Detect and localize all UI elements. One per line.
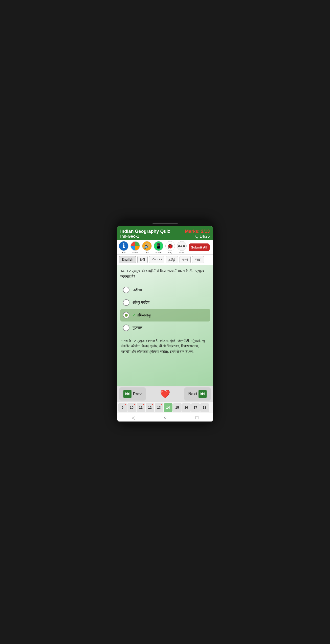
q-num-12[interactable]: ✕ 12: [146, 403, 154, 412]
q-num-14[interactable]: ✓ 14: [164, 403, 172, 412]
app-container: Indian Geography Quiz Marks: 2/13 Ind-Ge…: [117, 226, 213, 422]
info-label: Info: [122, 251, 125, 254]
option-a-text: उड़ीसा: [133, 288, 142, 292]
green-button[interactable]: Green: [130, 241, 141, 254]
bottom-nav: ⏮ Prev ❤️ Next ⏭: [117, 386, 213, 402]
radio-b: [123, 299, 129, 306]
submit-all-button[interactable]: Submit All: [189, 243, 210, 251]
next-label: Next: [188, 392, 197, 396]
checkmark-icon: ✔: [133, 313, 136, 317]
lang-tab-hindi[interactable]: हिंदी: [137, 256, 148, 263]
next-icon: ⏭: [199, 390, 207, 398]
wrong-mark-9: ✕: [124, 403, 126, 406]
prev-button[interactable]: ⏮ Prev: [119, 387, 146, 401]
sound-icon: 🔊: [142, 241, 152, 251]
bug-button[interactable]: 🐞 Bug: [165, 241, 175, 254]
heart-button[interactable]: ❤️: [158, 388, 173, 400]
share-icon: 📱: [154, 241, 163, 251]
info-button[interactable]: ℹ Info: [118, 241, 129, 254]
wrong-mark-13: ✕: [161, 403, 163, 406]
marks-display: Marks: 2/13: [185, 229, 210, 234]
option-b-text: आंध्र प्रदेश: [133, 300, 149, 305]
option-a[interactable]: उड़ीसा: [120, 284, 210, 296]
lang-tab-telugu[interactable]: తెలుగు: [149, 256, 164, 263]
radio-c-inner: [125, 314, 128, 317]
sound-button[interactable]: 🔊 OFF: [142, 241, 152, 254]
radio-a: [123, 287, 129, 293]
question-number-header: Q.14/25: [195, 234, 210, 239]
info-icon: ℹ: [119, 241, 128, 251]
recents-button[interactable]: □: [196, 415, 199, 420]
font-label: Font: [179, 251, 184, 254]
prev-icon: ⏮: [123, 390, 131, 398]
wrong-mark-11: ✕: [142, 403, 144, 406]
content-area: 14. 12 प्रमुख बंदरगाहों में से किस राज्य…: [117, 265, 213, 386]
lang-tab-tamil[interactable]: தமிழ்: [166, 256, 178, 263]
q-num-10[interactable]: ✕ 10: [127, 403, 136, 412]
notch-bar: [152, 223, 178, 224]
q-num-13[interactable]: ✕ 13: [155, 403, 163, 412]
explanation-text: भारत के 12 प्रमुख बंदरगाह हैं- कांडला, म…: [120, 338, 210, 355]
prev-label: Prev: [133, 392, 142, 396]
phone-frame: Indian Geography Quiz Marks: 2/13 Ind-Ge…: [116, 220, 214, 424]
question-strip: ✕ 9 ✕ 10 ✕ 11 ✕ 12 ✕ 13 ✓ 14: [117, 402, 213, 413]
option-c[interactable]: ✔ तमिलनाडु: [120, 309, 210, 321]
app-header: Indian Geography Quiz Marks: 2/13 Ind-Ge…: [117, 226, 213, 240]
wrong-mark-10: ✕: [133, 403, 135, 406]
color-icon: [130, 241, 140, 251]
android-nav-bar: ◁ ○ □: [117, 413, 213, 422]
wrong-mark-12: ✕: [151, 403, 153, 406]
q-num-17[interactable]: 17: [191, 403, 200, 412]
radio-d: [123, 325, 129, 331]
bug-label: Bug: [168, 251, 172, 254]
font-icon: aAA: [177, 241, 187, 251]
app-title: Indian Geography Quiz: [120, 229, 170, 234]
q-num-9[interactable]: ✕ 9: [118, 403, 127, 412]
option-c-text: तमिलनाडु: [137, 313, 151, 317]
correct-mark-14: ✓: [170, 403, 172, 406]
q-num-16[interactable]: 16: [182, 403, 191, 412]
option-b[interactable]: आंध्र प्रदेश: [120, 296, 210, 309]
q-num-18[interactable]: 18: [200, 403, 209, 412]
question-text: 14. 12 प्रमुख बंदरगाहों में से किस राज्य…: [120, 268, 210, 280]
share-button[interactable]: 📱 Share: [153, 241, 164, 254]
sound-label: OFF: [145, 251, 149, 254]
next-button[interactable]: Next ⏭: [184, 387, 211, 401]
option-d-text: गुजरात: [133, 326, 142, 330]
language-tabs: English हिंदी తెలుగు தமிழ் বাংলা मराठी: [117, 255, 213, 265]
q-num-15[interactable]: 15: [173, 403, 182, 412]
font-button[interactable]: aAA Font: [177, 241, 187, 254]
back-button[interactable]: ◁: [132, 415, 135, 420]
share-label: Share: [155, 251, 161, 254]
radio-c: [123, 312, 129, 318]
lang-tab-marathi[interactable]: मराठी: [192, 256, 204, 263]
toolbar: ℹ Info Green 🔊 OFF 📱: [117, 240, 213, 255]
option-d[interactable]: गुजरात: [120, 321, 210, 334]
q-num-11[interactable]: ✕ 11: [137, 403, 145, 412]
bug-icon: 🐞: [165, 241, 175, 251]
options-list: उड़ीसा आंध्र प्रदेश ✔ तमिलनाडु: [120, 284, 210, 334]
heart-icon: ❤️: [160, 389, 170, 399]
lang-tab-english[interactable]: English: [119, 256, 136, 263]
home-button[interactable]: ○: [164, 415, 167, 420]
lang-tab-bengali[interactable]: বাংলা: [180, 256, 191, 263]
quiz-id: Ind-Geo-1: [120, 234, 139, 239]
green-label: Green: [132, 251, 138, 254]
